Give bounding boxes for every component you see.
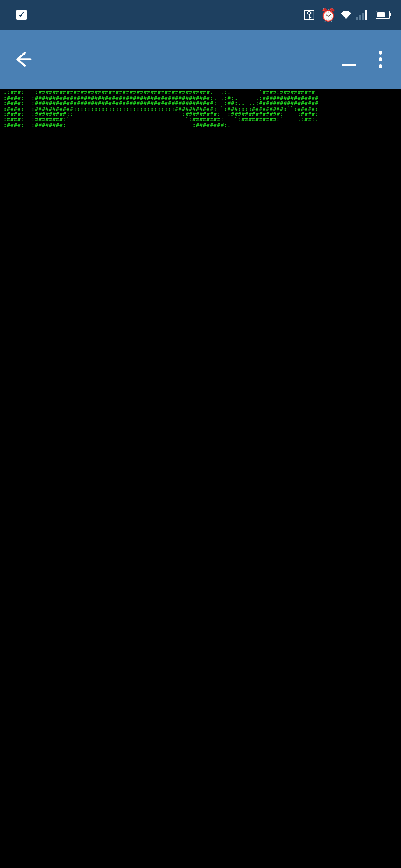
- back-button[interactable]: [11, 48, 33, 70]
- signal-icon: [356, 10, 367, 20]
- alarm-icon: ⏰: [320, 7, 336, 22]
- wifi-icon: [340, 8, 352, 22]
- terminal-output[interactable]: .:###: :################################…: [0, 89, 401, 868]
- ascii-art: .:###: :################################…: [0, 89, 401, 128]
- battery-icon: [376, 11, 390, 19]
- ascii-art-block: .:###: :################################…: [0, 89, 401, 128]
- minimize-button[interactable]: [342, 64, 356, 66]
- status-right: ⚿ ⏰: [303, 7, 390, 22]
- checkbox-icon: ✓: [16, 10, 27, 20]
- overflow-menu-button[interactable]: [371, 51, 390, 68]
- app-bar: [0, 30, 401, 89]
- vpn-key-icon: ⚿: [303, 8, 316, 22]
- status-bar: ✓ ⚿ ⏰: [0, 0, 401, 30]
- status-left: ✓: [11, 10, 27, 20]
